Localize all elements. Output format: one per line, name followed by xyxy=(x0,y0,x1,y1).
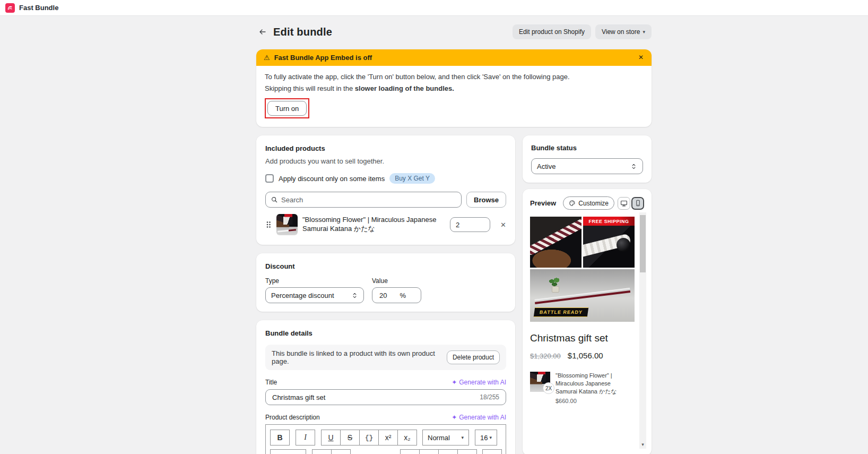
chevron-down-icon: ▾ xyxy=(461,435,464,440)
warning-icon: ⚠ xyxy=(264,54,270,62)
app-top-bar: Fast Bundle xyxy=(0,0,868,16)
palette-icon xyxy=(569,200,576,207)
preview-scrollbar[interactable]: ▾ xyxy=(639,212,646,449)
back-button[interactable] xyxy=(256,25,269,38)
banner-line1: To fully activate the app, click the 'Tu… xyxy=(265,73,643,81)
free-shipping-banner: FREE SHIPPING xyxy=(583,217,635,226)
text-color-pen-icon[interactable] xyxy=(482,449,502,454)
underline-button[interactable]: U xyxy=(321,430,341,446)
select-chevrons-icon xyxy=(351,292,358,299)
font-family-select[interactable]: Inherit ▾ xyxy=(270,449,306,454)
align-right-icon[interactable] xyxy=(438,449,458,454)
turn-on-highlight-frame: Turn on xyxy=(265,98,309,118)
description-label: Product description xyxy=(265,414,320,421)
preview-bundle-title: Christmas gift set xyxy=(530,332,635,344)
sparkle-icon: ✦ xyxy=(452,379,457,386)
app-name: Fast Bundle xyxy=(19,4,58,12)
font-size-select[interactable]: 16 ▾ xyxy=(475,430,497,446)
page-header: Edit bundle Edit product on Shopify View… xyxy=(256,23,652,40)
item-price: $660.00 xyxy=(555,397,631,405)
app-embed-warning-banner: ⚠ Fast Bundle App Embed is off ✕ To full… xyxy=(256,49,652,127)
character-counter: 18/255 xyxy=(480,393,499,401)
bundle-title-input[interactable]: Christmas gift set 18/255 xyxy=(265,389,506,405)
edit-bundle-page: Fast Bundle Edit bundle Edit product on … xyxy=(0,0,868,454)
apply-discount-checkbox[interactable] xyxy=(265,174,274,183)
banner-body: To fully activate the app, click the 'Tu… xyxy=(256,66,652,127)
select-chevrons-icon xyxy=(630,163,637,170)
quantity-input[interactable] xyxy=(450,217,490,232)
included-products-title: Included products xyxy=(265,144,506,152)
bundle-preview: FREE SHIPPING BATTLE READY Christmas gif… xyxy=(530,217,635,405)
page-title: Edit bundle xyxy=(273,26,332,38)
buy-x-get-y-badge[interactable]: Buy X Get Y xyxy=(389,173,435,184)
discount-title: Discount xyxy=(265,262,506,270)
search-icon xyxy=(271,196,278,203)
indent-icon[interactable] xyxy=(375,449,395,454)
linked-product-note: This bundle is linked to a product with … xyxy=(265,345,506,370)
discount-card: Discount Type Percentage discount Value xyxy=(256,253,515,312)
turn-on-button[interactable]: Turn on xyxy=(267,101,307,116)
editor-toolbar: B I U S {} x² x₂ Normal xyxy=(266,425,506,454)
product-photo-katana-full: BATTLE READY xyxy=(530,269,635,322)
scrollbar-thumb[interactable] xyxy=(640,215,646,272)
quantity-badge: 2X xyxy=(543,382,554,394)
title-label: Title xyxy=(265,379,277,386)
discounted-price: $1,056.00 xyxy=(568,351,603,360)
bundle-details-card: Bundle details This bundle is linked to … xyxy=(256,320,515,454)
product-photo-handle-red xyxy=(530,217,581,268)
preview-card: Preview Customize xyxy=(523,189,652,454)
generate-title-with-ai-link[interactable]: ✦ Generate with AI xyxy=(452,379,506,386)
bundle-status-select[interactable]: Active xyxy=(531,158,643,174)
align-left-icon[interactable] xyxy=(400,449,420,454)
ordered-list-icon[interactable]: 123 xyxy=(331,449,351,454)
align-center-icon[interactable] xyxy=(419,449,439,454)
item-title: "Blossoming Flower" | Miraculous Japanes… xyxy=(555,372,617,395)
view-on-store-button[interactable]: View on store▾ xyxy=(595,24,652,39)
bundle-product-row: "Blossoming Flower" | Miraculous Japanes… xyxy=(265,214,506,236)
strikethrough-button[interactable]: S xyxy=(340,430,360,446)
drag-handle-icon[interactable] xyxy=(265,220,272,229)
product-search-box[interactable] xyxy=(265,192,462,208)
mobile-preview-icon[interactable] xyxy=(631,197,644,210)
banner-close-icon[interactable]: ✕ xyxy=(636,52,646,63)
align-justify-icon[interactable] xyxy=(457,449,477,454)
banner-line2: Skipping this will result in the slower … xyxy=(265,84,643,92)
discount-type-select[interactable]: Percentage discount xyxy=(265,287,364,303)
browse-button[interactable]: Browse xyxy=(466,192,506,208)
preview-line-item: 2X "Blossoming Flower" | Miraculous Japa… xyxy=(530,372,635,405)
unordered-list-icon[interactable] xyxy=(312,449,332,454)
apply-discount-label: Apply discount only on some items xyxy=(279,175,385,183)
discount-type-label: Type xyxy=(265,277,364,285)
product-photo-handle-white: FREE SHIPPING xyxy=(583,217,635,268)
paragraph-style-select[interactable]: Normal ▾ xyxy=(422,430,469,446)
generate-description-with-ai-link[interactable]: ✦ Generate with AI xyxy=(452,414,506,421)
outdent-icon[interactable] xyxy=(356,449,376,454)
remove-product-icon[interactable]: ✕ xyxy=(500,221,506,229)
edit-product-on-shopify-button[interactable]: Edit product on Shopify xyxy=(513,24,591,39)
product-title: "Blossoming Flower" | Miraculous Japanes… xyxy=(302,216,445,234)
superscript-button[interactable]: x² xyxy=(378,430,398,446)
discount-value-label: Value xyxy=(372,277,421,285)
included-products-subtitle: Add products you want to sell together. xyxy=(265,157,506,165)
discount-value-input[interactable]: 20 % xyxy=(372,287,421,303)
banner-title: Fast Bundle App Embed is off xyxy=(274,54,372,62)
fast-bundle-logo-icon xyxy=(5,3,15,13)
battle-ready-banner: BATTLE READY xyxy=(534,307,588,317)
customize-button[interactable]: Customize xyxy=(563,196,614,210)
subscript-button[interactable]: x₂ xyxy=(397,430,417,446)
bundle-status-title: Bundle status xyxy=(531,144,643,152)
preview-title: Preview xyxy=(530,199,556,207)
included-products-card: Included products Add products you want … xyxy=(256,135,515,245)
plant-decoration xyxy=(548,277,561,288)
code-button[interactable]: {} xyxy=(359,430,379,446)
product-search-input[interactable] xyxy=(281,196,456,204)
desktop-preview-icon[interactable] xyxy=(618,197,630,210)
chevron-down-icon: ▾ xyxy=(489,435,492,440)
sparkle-icon: ✦ xyxy=(452,414,457,421)
italic-button[interactable]: I xyxy=(296,430,315,446)
chevron-down-icon: ▾ xyxy=(643,29,645,35)
item-thumbnail: 2X xyxy=(530,372,550,392)
bold-button[interactable]: B xyxy=(270,430,290,446)
delete-product-button[interactable]: Delete product xyxy=(447,350,500,364)
scroll-down-icon[interactable]: ▾ xyxy=(639,442,646,447)
